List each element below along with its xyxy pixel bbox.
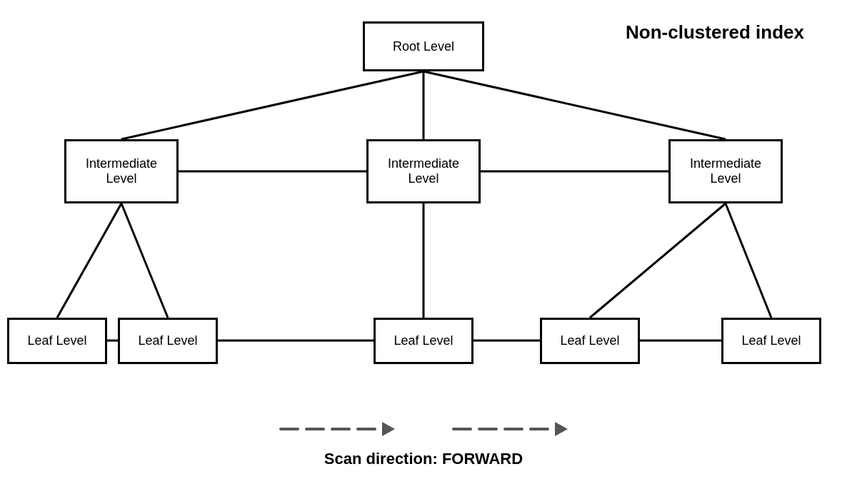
- root-node: Root Level: [363, 21, 484, 71]
- leaf5-label: Leaf Level: [741, 333, 801, 348]
- leaf-node-3: Leaf Level: [374, 318, 473, 364]
- leaf-node-1: Leaf Level: [7, 318, 107, 364]
- intermediate-node-left: IntermediateLevel: [64, 139, 179, 203]
- arrow-group-right: [452, 422, 568, 436]
- dash-8: [529, 428, 549, 430]
- intermediate-node-right: IntermediateLevel: [668, 139, 783, 203]
- leaf4-label: Leaf Level: [560, 333, 619, 348]
- root-label: Root Level: [393, 39, 454, 54]
- arrow-head-left: [382, 422, 395, 436]
- arrow-group-left: [279, 422, 395, 436]
- scan-arrows: [0, 422, 847, 436]
- tree-diagram: Root Level IntermediateLevel Intermediat…: [0, 0, 847, 504]
- dash-3: [331, 428, 351, 430]
- svg-line-8: [590, 203, 726, 318]
- leaf-node-5: Leaf Level: [721, 318, 821, 364]
- title-text: Non-clustered index: [626, 21, 804, 43]
- inter-right-label: IntermediateLevel: [690, 156, 761, 186]
- arrow-head-right: [555, 422, 568, 436]
- dash-7: [503, 428, 523, 430]
- svg-line-6: [121, 203, 168, 318]
- leaf3-label: Leaf Level: [394, 333, 453, 348]
- svg-line-5: [57, 203, 121, 318]
- svg-line-0: [121, 71, 424, 139]
- dash-6: [478, 428, 498, 430]
- scan-label-text: Scan direction: FORWARD: [324, 450, 523, 468]
- dash-1: [279, 428, 299, 430]
- leaf1-label: Leaf Level: [27, 333, 86, 348]
- dash-2: [305, 428, 325, 430]
- inter-mid-label: IntermediateLevel: [388, 156, 459, 186]
- leaf-node-2: Leaf Level: [118, 318, 218, 364]
- leaf-node-4: Leaf Level: [540, 318, 640, 364]
- inter-left-label: IntermediateLevel: [86, 156, 157, 186]
- leaf2-label: Leaf Level: [138, 333, 197, 348]
- dash-5: [452, 428, 472, 430]
- page-title: Non-clustered index: [626, 21, 804, 44]
- scan-direction-label: Scan direction: FORWARD: [0, 450, 847, 468]
- svg-line-9: [726, 203, 771, 318]
- dash-4: [356, 428, 376, 430]
- intermediate-node-mid: IntermediateLevel: [366, 139, 481, 203]
- svg-line-2: [424, 71, 726, 139]
